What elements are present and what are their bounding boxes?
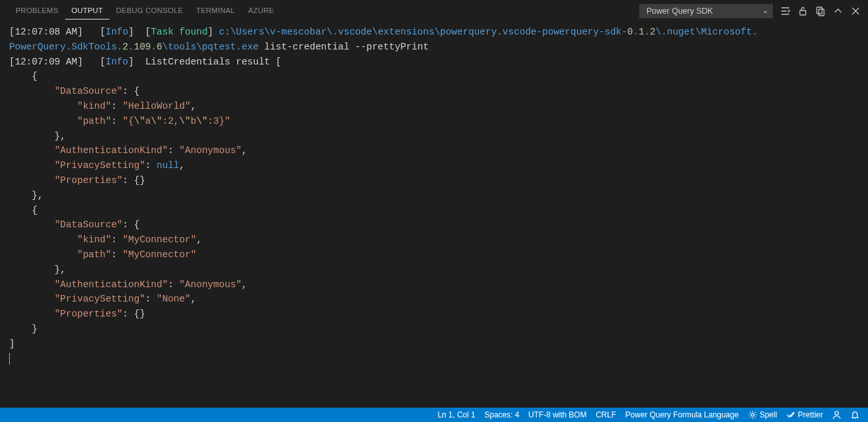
panel-actions: [779, 5, 861, 17]
output-channel-label: Power Query SDK: [646, 7, 713, 16]
log-task-2: ListCredentials result [: [145, 57, 282, 67]
status-indent[interactable]: Spaces: 4: [480, 410, 523, 419]
status-bell[interactable]: [846, 410, 864, 419]
log-path-c: PowerQuery.SdkTools.: [9, 42, 123, 52]
svg-rect-1: [817, 7, 822, 14]
status-spell[interactable]: Spell: [744, 410, 782, 419]
bell-icon: [850, 410, 860, 419]
log-level: Info: [106, 27, 128, 37]
status-encoding[interactable]: UTF-8 with BOM: [524, 410, 591, 419]
list-icon[interactable]: [779, 5, 791, 17]
log-command: list-credential --prettyPrint: [259, 42, 429, 52]
ts-min: 07: [32, 27, 43, 37]
status-eol[interactable]: CRLF: [591, 410, 620, 419]
chevron-up-icon[interactable]: [832, 5, 844, 17]
log-path-a: c:\Users\v-mescobar\.vscode\extensions\p…: [219, 27, 628, 37]
ts-ampm: AM: [66, 27, 77, 37]
null-literal: null: [156, 160, 179, 171]
status-bar: Ln 1, Col 1 Spaces: 4 UTF-8 with BOM CRL…: [0, 408, 868, 422]
svg-rect-2: [819, 9, 824, 16]
log-task: Task found: [151, 27, 208, 37]
lock-open-icon[interactable]: [797, 5, 809, 17]
status-feedback[interactable]: [828, 410, 846, 419]
tab-terminal[interactable]: TERMINAL: [190, 3, 242, 19]
tab-output[interactable]: OUTPUT: [65, 3, 109, 20]
output-channel-select[interactable]: Power Query SDK ⌄: [639, 4, 773, 18]
ts-hour: 12: [15, 27, 26, 37]
tab-problems[interactable]: PROBLEMS: [9, 3, 65, 19]
check-icon: [786, 410, 795, 419]
status-ln-col[interactable]: Ln 1, Col 1: [433, 410, 480, 419]
output-panel-content[interactable]: [12:07:08 AM] [Info] [Task found] c:\Use…: [0, 22, 868, 408]
svg-rect-0: [800, 10, 806, 15]
tab-debug-console[interactable]: DEBUG CONSOLE: [109, 3, 190, 19]
ts-sec: 08: [49, 27, 60, 37]
log-path-b: \.nuget\Microsoft.: [656, 27, 758, 37]
tab-azure[interactable]: AZURE: [242, 3, 281, 19]
log-level: Info: [106, 57, 128, 67]
log-path-d: \tools\pqtest.exe: [162, 42, 259, 52]
status-prettier[interactable]: Prettier: [781, 410, 828, 419]
person-icon: [832, 410, 841, 419]
text-cursor: [9, 353, 10, 365]
panel-tab-bar: PROBLEMS OUTPUT DEBUG CONSOLE TERMINAL A…: [0, 0, 868, 22]
chevron-down-icon: ⌄: [762, 7, 768, 15]
close-icon[interactable]: [850, 5, 861, 17]
clear-icon[interactable]: [815, 5, 826, 17]
gear-icon: [748, 410, 757, 419]
svg-point-3: [751, 414, 753, 416]
svg-point-4: [835, 412, 838, 415]
status-language[interactable]: Power Query Formula Language: [621, 410, 744, 419]
